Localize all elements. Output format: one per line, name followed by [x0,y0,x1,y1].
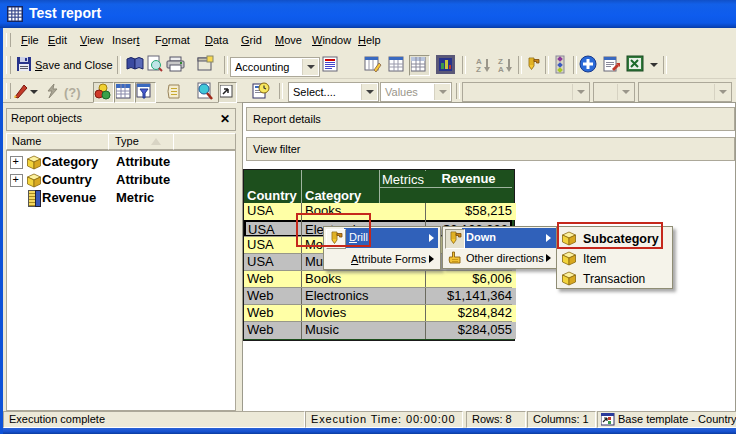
svg-text:A: A [498,65,504,73]
svg-text:Z: Z [476,65,481,73]
